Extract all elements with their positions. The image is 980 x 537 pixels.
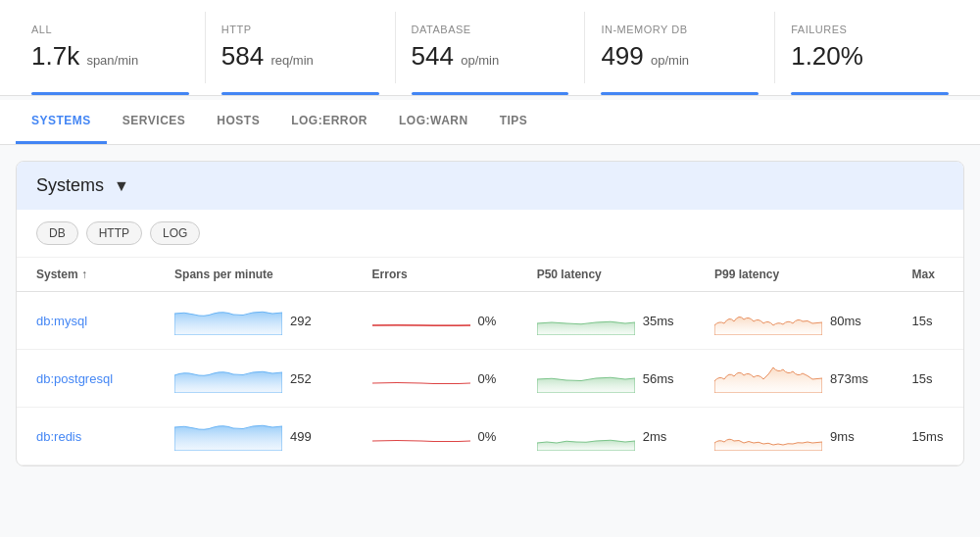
cell-p99-mysql: 80ms — [695, 292, 893, 350]
metric-card-database: DATABASE 544 op/min — [396, 12, 586, 83]
cell-spans-postgresql: 252 — [155, 350, 353, 408]
p99-value-postgresql: 873ms — [830, 371, 868, 386]
tab-log-warn[interactable]: LOG:WARN — [383, 100, 484, 144]
cell-p99-redis: 9ms — [695, 408, 893, 465]
cell-p50-postgresql: 56ms — [517, 350, 695, 408]
cell-errors-redis: 0% — [353, 408, 517, 465]
spans-value-postgresql: 252 — [290, 371, 312, 386]
errors-value-postgresql: 0% — [478, 371, 497, 386]
spans-value-mysql: 292 — [290, 314, 312, 328]
col-header-p50: P50 latency — [517, 258, 695, 292]
filter-btn-http[interactable]: HTTP — [86, 221, 142, 245]
max-value-mysql: 15s — [912, 314, 933, 328]
tab-hosts[interactable]: HOSTS — [201, 100, 275, 144]
systems-table: System ↑ Spans per minute Errors P50 lat… — [17, 258, 963, 465]
cell-p50-redis: 2ms — [517, 408, 695, 465]
cell-spans-redis: 499 — [155, 408, 353, 465]
tabs-bar: SYSTEMS SERVICES HOSTS LOG:ERROR LOG:WAR… — [0, 100, 980, 145]
col-header-p99: P99 latency — [695, 258, 893, 292]
col-header-errors: Errors — [353, 258, 517, 292]
cell-system-postgresql: db:postgresql — [17, 350, 155, 408]
errors-value-redis: 0% — [478, 429, 497, 444]
filter-buttons: DB HTTP LOG — [17, 210, 963, 258]
metric-cards-bar: ALL 1.7k span/min HTTP 584 req/min DATAB… — [0, 0, 980, 96]
systems-panel: Systems ▼ DB HTTP LOG System ↑ Spans per… — [16, 161, 964, 466]
p99-value-mysql: 80ms — [830, 314, 861, 328]
link-db-mysql[interactable]: db:mysql — [36, 314, 87, 328]
tab-tips[interactable]: TIPS — [484, 100, 544, 144]
tab-services[interactable]: SERVICES — [107, 100, 201, 144]
cell-max-redis: 15ms — [893, 408, 963, 465]
cell-system-mysql: db:mysql — [17, 292, 155, 350]
table-header-row: System ↑ Spans per minute Errors P50 lat… — [17, 258, 963, 292]
filter-btn-db[interactable]: DB — [36, 221, 78, 245]
cell-p99-postgresql: 873ms — [695, 350, 893, 408]
col-header-spans: Spans per minute — [155, 258, 353, 292]
metric-card-all: ALL 1.7k span/min — [16, 12, 206, 83]
table-row: db:redis — [17, 408, 963, 465]
spans-value-redis: 499 — [290, 429, 312, 444]
cell-spans-mysql: 292 — [155, 292, 353, 350]
cell-errors-postgresql: 0% — [353, 350, 517, 408]
cell-system-redis: db:redis — [17, 408, 155, 465]
cell-max-mysql: 15s — [893, 292, 963, 350]
p50-value-redis: 2ms — [643, 429, 667, 444]
metric-card-failures: FAILURES 1.20% — [775, 12, 964, 83]
p50-value-mysql: 35ms — [643, 314, 674, 328]
cell-p50-mysql: 35ms — [517, 292, 695, 350]
metric-value-http: 584 req/min — [221, 41, 379, 72]
filter-btn-log[interactable]: LOG — [150, 221, 200, 245]
p99-value-redis: 9ms — [830, 429, 855, 444]
table-row: db:mysql — [17, 292, 963, 350]
p50-value-postgresql: 56ms — [643, 371, 674, 386]
cell-max-postgresql: 15s — [893, 350, 963, 408]
tab-systems[interactable]: SYSTEMS — [16, 100, 107, 144]
filter-icon[interactable]: ▼ — [114, 177, 129, 195]
link-db-redis[interactable]: db:redis — [36, 429, 81, 444]
link-db-postgresql[interactable]: db:postgresql — [36, 371, 113, 386]
metric-value-database: 544 op/min — [412, 41, 569, 72]
tab-log-error[interactable]: LOG:ERROR — [275, 100, 383, 144]
metric-card-inmemory: IN-MEMORY DB 499 op/min — [585, 12, 775, 83]
metric-label-http: HTTP — [221, 24, 379, 35]
metric-value-all: 1.7k span/min — [31, 41, 189, 72]
metric-value-failures: 1.20% — [791, 41, 949, 72]
metric-label-failures: FAILURES — [791, 24, 949, 35]
errors-value-mysql: 0% — [478, 314, 497, 328]
max-value-redis: 15ms — [912, 429, 944, 444]
col-header-max: Max — [893, 258, 963, 292]
metric-value-inmemory: 499 op/min — [601, 41, 759, 72]
max-value-postgresql: 15s — [912, 371, 933, 386]
metric-label-all: ALL — [31, 24, 189, 35]
cell-errors-mysql: 0% — [353, 292, 517, 350]
panel-title: Systems — [36, 175, 104, 196]
metric-label-inmemory: IN-MEMORY DB — [601, 24, 759, 35]
metric-label-database: DATABASE — [412, 24, 569, 35]
metric-card-http: HTTP 584 req/min — [206, 12, 396, 83]
main-content: Systems ▼ DB HTTP LOG System ↑ Spans per… — [0, 145, 980, 482]
table-row: db:postgresql — [17, 350, 963, 408]
col-header-system: System ↑ — [17, 258, 155, 292]
panel-header: Systems ▼ — [17, 162, 963, 210]
